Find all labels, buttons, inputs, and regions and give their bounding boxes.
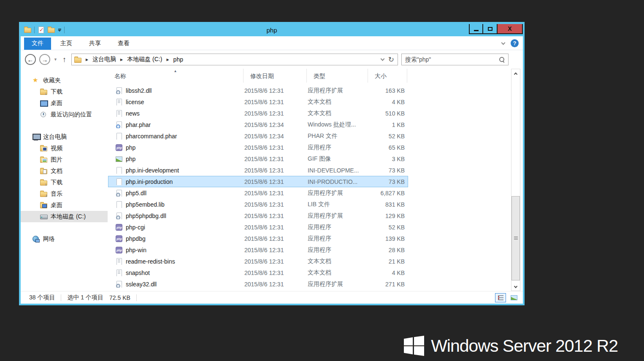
breadcrumb-php[interactable]: php xyxy=(173,56,183,63)
column-header-type[interactable]: 类型 xyxy=(307,69,368,83)
file-row[interactable]: php5embed.lib 2015/8/6 12:31 LIB 文件 831 … xyxy=(108,199,408,210)
file-name-cell: php-win xyxy=(108,247,244,253)
properties-check-icon[interactable] xyxy=(38,27,45,33)
new-folder-icon[interactable] xyxy=(48,28,55,33)
thumbnails-view-button[interactable] xyxy=(509,293,520,302)
sidebar-item[interactable]: 视频 xyxy=(21,143,108,154)
breadcrumb-separator-icon: ▶ xyxy=(84,58,90,62)
scrollbar-up-button[interactable] xyxy=(511,69,520,77)
sidebar-item[interactable]: 下载 xyxy=(21,86,108,97)
file-row[interactable]: phpdbg 2015/8/6 12:31 应用程序 139 KB xyxy=(108,233,408,244)
file-row[interactable]: php.ini-production 2015/8/6 12:31 INI-PR… xyxy=(108,176,408,187)
tab-view[interactable]: 查看 xyxy=(110,38,137,50)
file-type-cell: 应用程序 xyxy=(308,144,369,151)
sidebar-item[interactable]: 下载 xyxy=(21,177,108,188)
address-bar[interactable]: ▶ 这台电脑 ▶ 本地磁盘 (C:) ▶ php ↻ xyxy=(71,54,398,65)
file-file-icon xyxy=(116,201,122,208)
sidebar-item-label: 下载 xyxy=(51,88,62,96)
sidebar-item-label: 图片 xyxy=(51,156,62,164)
search-input[interactable] xyxy=(405,56,499,63)
forward-button[interactable]: → xyxy=(39,54,50,65)
file-row[interactable]: ssleay32.dll 2015/8/6 12:31 应用程序扩展 271 K… xyxy=(108,278,408,290)
sidebar-item[interactable]: 最近访问的位置 xyxy=(21,109,108,120)
selection-size: 72.5 KB xyxy=(109,294,130,301)
sidebar-item[interactable]: 桌面 xyxy=(21,199,108,211)
tab-file[interactable]: 文件 xyxy=(24,38,51,50)
file-name-cell: php5phpdbg.dll xyxy=(108,213,244,219)
file-row[interactable]: php-win 2015/8/6 12:31 应用程序 28 KB xyxy=(108,244,408,256)
navigation-bar: ← → ▼ ↑ ▶ 这台电脑 ▶ 本地磁盘 (C:) ▶ php ↻ xyxy=(21,50,523,69)
sidebar-item[interactable]: 图片 xyxy=(21,154,108,165)
file-name: phar.phar xyxy=(126,121,151,128)
computer-icon xyxy=(32,134,40,140)
file-row[interactable]: php5phpdbg.dll 2015/8/6 12:31 应用程序扩展 129… xyxy=(108,210,408,221)
scrollbar-down-button[interactable] xyxy=(511,283,520,291)
sidebar-item[interactable]: 本地磁盘 (C:) xyxy=(21,211,108,222)
address-dropdown-chevron-icon[interactable] xyxy=(380,57,384,61)
column-header-size[interactable]: 大小 xyxy=(368,69,407,83)
file-row[interactable]: readme-redist-bins 2015/8/6 12:31 文本文档 2… xyxy=(108,256,408,267)
column-header-date-modified[interactable]: 修改日期 xyxy=(244,69,307,83)
qat-dropdown-caret-icon[interactable] xyxy=(58,29,61,32)
sidebar-item[interactable]: 收藏夹 xyxy=(21,75,108,86)
file-row[interactable]: php5.dll 2015/8/6 12:31 应用程序扩展 6,827 KB xyxy=(108,187,408,199)
up-button[interactable]: ↑ xyxy=(61,55,68,64)
file-type-cell: 文本文档 xyxy=(308,258,369,265)
file-size-cell: 831 KB xyxy=(369,201,408,208)
help-icon[interactable]: ? xyxy=(511,39,519,47)
window-folder-icon[interactable] xyxy=(24,28,31,33)
file-row[interactable]: pharcommand.phar 2015/8/6 12:34 PHAR 文件 … xyxy=(108,130,408,142)
selection-count: 选中 1 个项目 xyxy=(67,294,103,302)
file-size-cell: 65 KB xyxy=(369,144,408,151)
window-controls: X xyxy=(469,24,523,34)
file-date-cell: 2015/8/6 12:31 xyxy=(244,224,308,231)
scrollbar-thumb[interactable] xyxy=(511,196,520,280)
gearblue-file-icon xyxy=(116,121,122,128)
scrollbar-track[interactable] xyxy=(511,77,520,283)
file-row[interactable]: php-cgi 2015/8/6 12:31 应用程序 52 KB xyxy=(108,221,408,233)
file-row[interactable]: php 2015/8/6 12:31 应用程序 65 KB xyxy=(108,142,408,153)
file-row[interactable]: snapshot 2015/8/6 12:31 文本文档 4 KB xyxy=(108,267,408,278)
file-row[interactable]: license 2015/8/6 12:31 文本文档 4 KB xyxy=(108,96,408,108)
tab-home[interactable]: 主页 xyxy=(53,38,80,50)
file-size-cell: 73 KB xyxy=(369,167,408,174)
close-button[interactable]: X xyxy=(498,24,523,34)
file-row[interactable]: libssh2.dll 2015/8/6 12:31 应用程序扩展 163 KB xyxy=(108,85,408,96)
details-view-button[interactable] xyxy=(495,293,506,302)
sidebar-item[interactable]: 音乐 xyxy=(21,188,108,199)
file-row[interactable]: news 2015/8/6 12:31 文本文档 510 KB xyxy=(108,108,408,119)
file-name-cell: phpdbg xyxy=(108,235,244,242)
sidebar-item[interactable]: 桌面 xyxy=(21,97,108,109)
breadcrumb-this-pc[interactable]: 这台电脑 xyxy=(92,56,116,63)
file-row[interactable]: php 2015/8/6 12:31 GIF 图像 3 KB xyxy=(108,153,408,164)
maximize-icon xyxy=(488,27,492,31)
file-name: php xyxy=(126,156,135,162)
sidebar-item[interactable]: 这台电脑 xyxy=(21,131,108,143)
file-type-cell: 应用程序扩展 xyxy=(308,280,369,288)
refresh-icon[interactable]: ↻ xyxy=(388,55,394,64)
dll-file-icon xyxy=(116,281,122,288)
dll-file-icon xyxy=(116,213,122,219)
file-size-cell: 52 KB xyxy=(369,224,408,231)
history-dropdown-caret-icon[interactable]: ▼ xyxy=(54,57,57,62)
back-button[interactable]: ← xyxy=(25,54,36,65)
minimize-button[interactable] xyxy=(469,24,483,34)
file-size-cell: 271 KB xyxy=(369,281,408,288)
sort-ascending-icon: ▲ xyxy=(174,69,177,73)
tab-share[interactable]: 共享 xyxy=(81,38,108,50)
monitor-icon xyxy=(40,100,47,107)
file-row[interactable]: phar.phar 2015/8/6 12:34 Windows 批处理... … xyxy=(108,119,408,130)
sidebar-item[interactable]: 文档 xyxy=(21,165,108,177)
file-name-cell: php5embed.lib xyxy=(108,201,244,208)
maximize-button[interactable] xyxy=(483,24,498,34)
explorer-window: php X 文件 主页 共享 查看 ? ← → ▼ ↑ ▶ 这台电脑 ▶ 本地磁… xyxy=(19,22,525,305)
column-header-name[interactable]: ▲ 名称 xyxy=(108,69,244,83)
folder-doc-icon xyxy=(40,169,47,174)
breadcrumb-local-disk-c[interactable]: 本地磁盘 (C:) xyxy=(127,56,162,63)
file-name-cell: php xyxy=(108,144,244,151)
expand-ribbon-chevron-icon[interactable] xyxy=(501,40,506,45)
sidebar-item[interactable]: 网络 xyxy=(21,233,108,245)
sidebar-item-label: 最近访问的位置 xyxy=(51,111,92,119)
search-icon[interactable] xyxy=(499,57,505,62)
file-row[interactable]: php.ini-development 2015/8/6 12:31 INI-D… xyxy=(108,164,408,176)
